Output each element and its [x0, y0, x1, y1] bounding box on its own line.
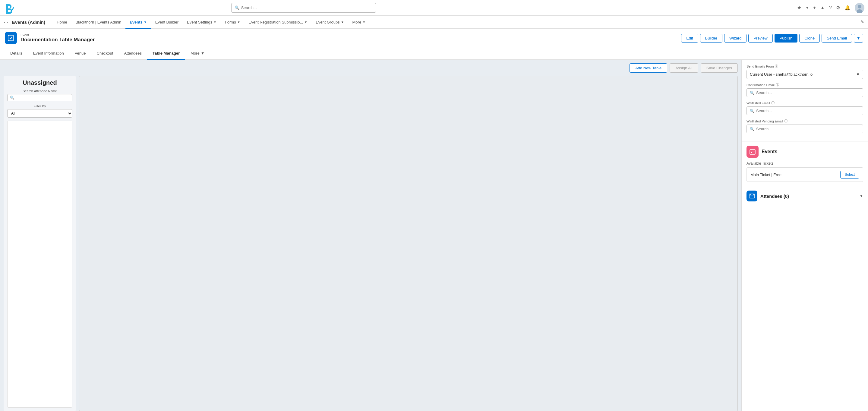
- tab-event-information[interactable]: Event Information: [28, 48, 69, 60]
- record-info: Event Documentation Table Manager: [21, 33, 678, 43]
- waitlisted-pending-input[interactable]: [756, 127, 860, 131]
- nav-item-event-registration[interactable]: Event Registration Submissio... ▼: [245, 16, 312, 29]
- edit-nav-icon[interactable]: ✎: [861, 19, 864, 25]
- search-input[interactable]: [241, 5, 373, 10]
- search-attendee-input[interactable]: [16, 96, 70, 100]
- app-logo[interactable]: [4, 2, 16, 14]
- confirmation-email-label: Confirmation Email ⓘ: [746, 83, 863, 87]
- chevron-down-icon: ▼: [856, 72, 860, 76]
- builder-button[interactable]: Builder: [700, 34, 722, 42]
- tab-attendees[interactable]: Attendees: [119, 48, 147, 60]
- tab-venue[interactable]: Venue: [69, 48, 91, 60]
- tab-table-manager[interactable]: Table Manager: [147, 48, 185, 60]
- attendees-header: Attendees (0) ▼: [746, 191, 863, 201]
- ticket-name: Main Ticket | Free: [750, 172, 781, 177]
- waitlisted-pending-search[interactable]: 🔍: [746, 125, 863, 133]
- salesforce-icon[interactable]: ▲: [820, 5, 825, 10]
- chevron-down-icon: ▼: [144, 21, 147, 24]
- edit-button[interactable]: Edit: [681, 34, 698, 42]
- clone-button[interactable]: Clone: [799, 34, 820, 42]
- nav-item-blackthorn[interactable]: Blackthorn | Events Admin: [71, 16, 126, 29]
- favorites-icon[interactable]: ★: [797, 5, 801, 10]
- tab-details[interactable]: Details: [5, 48, 28, 60]
- nav-item-forms[interactable]: Forms ▼: [221, 16, 245, 29]
- notifications-icon[interactable]: 🔔: [844, 5, 850, 10]
- search-attendee-box[interactable]: 🔍: [7, 94, 72, 101]
- nav-item-home[interactable]: Home: [53, 16, 71, 29]
- record-type: Event: [21, 33, 678, 37]
- more-actions-button[interactable]: ▼: [854, 34, 863, 42]
- confirmation-email-input[interactable]: [756, 91, 860, 95]
- content-area: Add New Table Assign All Save Changes Un…: [0, 60, 741, 411]
- svg-rect-4: [8, 35, 13, 41]
- user-avatar[interactable]: [855, 3, 864, 13]
- nav-item-event-groups[interactable]: Event Groups ▼: [311, 16, 348, 29]
- filter-by-select[interactable]: All: [7, 109, 72, 118]
- info-icon[interactable]: ⓘ: [784, 119, 787, 123]
- send-emails-dropdown[interactable]: Current User - sneha@blackthorn.io ▼: [746, 70, 863, 79]
- add-icon[interactable]: +: [813, 5, 816, 10]
- info-icon[interactable]: ⓘ: [771, 101, 775, 105]
- svg-rect-5: [750, 150, 755, 154]
- nav-item-label: More: [352, 20, 362, 25]
- send-emails-section: Send Emails From ⓘ Current User - sneha@…: [742, 60, 868, 141]
- attendees-left: Attendees (0): [746, 191, 789, 201]
- ticket-row: Main Ticket | Free Select: [746, 167, 863, 182]
- nav-item-label: Home: [57, 20, 67, 25]
- chevron-down-icon: ▼: [304, 21, 307, 24]
- attendees-icon: [746, 191, 757, 201]
- svg-rect-10: [749, 194, 755, 198]
- tab-checkout[interactable]: Checkout: [91, 48, 119, 60]
- waitlisted-pending-email-field: Waitlisted Pending Email ⓘ 🔍: [746, 119, 863, 133]
- save-changes-button[interactable]: Save Changes: [701, 63, 738, 73]
- add-new-table-button[interactable]: Add New Table: [629, 63, 667, 73]
- waitlisted-pending-label: Waitlisted Pending Email ⓘ: [746, 119, 863, 123]
- settings-icon[interactable]: ⚙: [836, 5, 840, 10]
- preview-button[interactable]: Preview: [748, 34, 772, 42]
- waitlisted-email-input[interactable]: [756, 108, 860, 113]
- search-attendee-label: Search Attendee Name: [7, 89, 72, 93]
- search-icon: 🔍: [10, 96, 14, 100]
- help-icon[interactable]: ?: [829, 5, 832, 10]
- search-icon: 🔍: [750, 91, 754, 95]
- confirmation-email-search[interactable]: 🔍: [746, 88, 863, 97]
- grid-icon[interactable]: ⋯: [4, 19, 8, 25]
- global-search[interactable]: 🔍: [231, 3, 376, 13]
- info-icon[interactable]: ⓘ: [775, 64, 778, 68]
- info-icon[interactable]: ⓘ: [776, 83, 779, 87]
- chevron-down-icon[interactable]: ▼: [860, 194, 863, 198]
- search-icon: 🔍: [750, 109, 754, 113]
- top-bar-icons: ★ ▼ + ▲ ? ⚙ 🔔: [797, 3, 864, 13]
- nav-item-more[interactable]: More ▼: [348, 16, 370, 29]
- nav-item-label: Events: [130, 20, 143, 25]
- filter-by-label: Filter By: [7, 104, 72, 108]
- unassigned-title: Unassigned: [7, 79, 72, 86]
- send-emails-label: Send Emails From ⓘ: [746, 64, 863, 68]
- select-ticket-button[interactable]: Select: [840, 171, 859, 179]
- waitlisted-email-label: Waitlisted Email ⓘ: [746, 101, 863, 105]
- events-header: Events: [746, 146, 863, 158]
- table-manager-toolbar: Add New Table Assign All Save Changes: [4, 63, 738, 73]
- nav-item-label: Forms: [225, 20, 236, 25]
- wizard-button[interactable]: Wizard: [724, 34, 746, 42]
- publish-button[interactable]: Publish: [775, 34, 798, 42]
- svg-rect-9: [751, 152, 752, 153]
- record-actions: Edit Builder Wizard Preview Publish Clon…: [681, 34, 863, 42]
- nav-item-label: Event Settings: [187, 20, 212, 25]
- nav-item-event-settings[interactable]: Event Settings ▼: [183, 16, 221, 29]
- record-name: Documentation Table Manager: [21, 37, 678, 43]
- events-icon: [746, 146, 758, 158]
- right-panel: Send Emails From ⓘ Current User - sneha@…: [741, 60, 868, 411]
- send-email-button[interactable]: Send Email: [822, 34, 852, 42]
- page-tabs: Details Event Information Venue Checkout…: [0, 48, 868, 60]
- nav-item-event-builder[interactable]: Event Builder: [151, 16, 183, 29]
- attendees-section: Attendees (0) ▼: [742, 186, 868, 205]
- nav-item-events[interactable]: Events ▼: [125, 16, 151, 29]
- search-icon: 🔍: [235, 5, 239, 10]
- assign-all-button[interactable]: Assign All: [670, 63, 698, 73]
- attendees-title: Attendees (0): [761, 194, 789, 199]
- nav-bar: ⋯ Events (Admin) Home Blackthorn | Event…: [0, 16, 868, 29]
- tab-more[interactable]: More ▼: [185, 48, 210, 60]
- chevron-down-icon[interactable]: ▼: [806, 6, 809, 10]
- waitlisted-email-search[interactable]: 🔍: [746, 106, 863, 115]
